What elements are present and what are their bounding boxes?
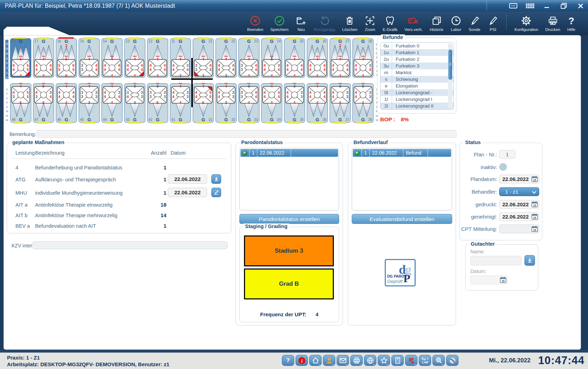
close-button[interactable] (576, 2, 585, 10)
tooth-44[interactable]: 44G 444344 (101, 83, 123, 123)
tooth-11[interactable]: 11G 444343 (170, 38, 191, 78)
behandler-select[interactable]: 1 - z1 (499, 187, 539, 196)
befund-item-e[interactable]: eElongation (381, 83, 454, 89)
bemerkung-input[interactable] (37, 130, 456, 138)
calendar-icon[interactable]: 15 (531, 226, 538, 232)
statusbar-mail-button[interactable]: ⌄ (337, 355, 349, 366)
toolbar-psi-button[interactable]: PSI (484, 14, 502, 32)
gutachter-datum-input[interactable]: 15 (470, 276, 508, 284)
restore-button[interactable] (559, 2, 568, 10)
evaluationsbefund-erstellen-button[interactable]: Evaluationsbefund erstellen (352, 214, 452, 224)
tooth-12[interactable]: 12G 444444 (147, 38, 168, 78)
sign-button[interactable] (211, 188, 221, 197)
tooth-22[interactable]: 22G 444443 (216, 38, 237, 78)
tooth-42[interactable]: 42G 333335 (147, 83, 168, 123)
befund-item-2l[interactable]: 2lLockerungsgrad II (381, 103, 454, 109)
tooth-36[interactable]: 36G 444444 (307, 83, 328, 123)
toolbar-historie-button[interactable]: Historie (426, 14, 447, 32)
parodontalstatus-row[interactable]: 1 22.06.2022 (240, 149, 338, 157)
minimize-button[interactable] (542, 2, 551, 10)
toolbar-drucken-button[interactable]: Drucken (542, 14, 564, 32)
calendar-icon[interactable]: 15 (500, 277, 506, 283)
tooth-25[interactable]: 25G 444444 (284, 38, 305, 78)
befundverlauf-row[interactable]: 1 22.06.2022 Befund (353, 149, 451, 157)
genehmigt-field[interactable]: 22.06.2022 15 (499, 212, 539, 221)
statusbar-info-button[interactable]: i (296, 355, 308, 366)
tooth-13[interactable]: 13G 444444 (124, 38, 145, 78)
gutachter-name-input[interactable] (470, 256, 522, 265)
datum-field[interactable]: 22.06.2022 (168, 174, 207, 184)
tooth-46[interactable]: 46G 444444 (56, 83, 77, 123)
parodontalstatus-erstellen-button[interactable]: Parodontalstatus erstellen (239, 214, 339, 224)
toolbar-zoom-button[interactable]: Zoom (361, 14, 379, 32)
cpt-mitteilung-field[interactable]: 15 (499, 225, 539, 233)
plan-nr-field[interactable]: 1 (499, 150, 515, 159)
tooth-48[interactable]: 48G 443555 (10, 83, 31, 123)
tooth-35[interactable]: 35G 344334 (284, 83, 305, 123)
befund-item-m[interactable]: mMarktot (381, 69, 454, 76)
statusbar-prescription-button[interactable]: ⌄ (405, 355, 417, 366)
toolbar-beenden-button[interactable]: Beenden (244, 14, 267, 32)
gutachter-insert-button[interactable] (524, 255, 535, 266)
tooth-34[interactable]: 34G 444444 (261, 83, 282, 123)
toolbar-sonde-button[interactable]: Sonde (465, 14, 484, 32)
tooth-28[interactable]: 28G 444344 (352, 38, 374, 78)
toolbar-neu-button[interactable]: Neu (292, 14, 310, 32)
toolbar-hilfe-button[interactable]: ?Hilfe (564, 14, 579, 32)
tooth-43[interactable]: 43G 334333 (124, 83, 145, 123)
statusbar-patient-button[interactable]: ⌄ (323, 355, 335, 366)
tooth-32[interactable]: 32G 444333 (216, 83, 237, 123)
befund-item-3u[interactable]: 3uFurkation 3 (381, 63, 454, 69)
befund-item-1u[interactable]: 1uFurkation 1 (381, 49, 454, 56)
message-icon[interactable] (509, 2, 518, 10)
statusbar-help-button[interactable]: ? (282, 355, 294, 366)
tooth-33[interactable]: 33G 333444 (238, 83, 259, 123)
inaktiv-indicator[interactable] (499, 163, 507, 171)
tooth-38[interactable]: 38G 344334 (352, 83, 374, 123)
statusbar-favorites-button[interactable]: ⌄ (378, 355, 390, 366)
tooth-23[interactable]: 23G 433444 (238, 38, 259, 78)
gedruckt-field[interactable]: 22.06.2022 15 (499, 200, 539, 209)
tooth-37[interactable]: 37G 344334 (330, 83, 351, 123)
befund-item-0u[interactable]: 0uFurkation 0 (381, 43, 454, 49)
calendar-icon[interactable]: 15 (531, 214, 538, 220)
calendar-icon[interactable]: 15 (531, 176, 538, 182)
datum-field[interactable]: 22.06.2022 (168, 188, 207, 197)
tooth-16[interactable]: 16G2 555656 (56, 38, 77, 78)
statusbar-lab-button[interactable]: LAB (419, 355, 431, 366)
tooth-14[interactable]: 14G 444444 (101, 38, 123, 78)
tooth-21[interactable]: 21G 433433 (193, 38, 214, 78)
calendar-icon[interactable]: 15 (531, 201, 538, 207)
tooth-27[interactable]: 27G2 444444 (330, 38, 351, 78)
tooth-15[interactable]: 15G 433444 (79, 38, 100, 78)
tooth-24[interactable]: 24G 344344 (261, 38, 282, 78)
statusbar-web-button[interactable]: ⌄ (364, 355, 376, 366)
befund-item-1l[interactable]: 1lLockerungsgrad I (381, 96, 454, 103)
tooth-18[interactable]: 18G+ 554554 (10, 38, 31, 78)
tooth-41[interactable]: 41G 444334 (170, 83, 191, 123)
toolbar-e-grafik-button[interactable]: E-Grafik (379, 14, 401, 32)
tooth-47[interactable]: 47G 543345 (33, 83, 54, 123)
befund-item-2u[interactable]: 2uFurkation 2 (381, 56, 454, 63)
toolbar-konfiguration-button[interactable]: Konfiguration (511, 14, 542, 32)
keyboard-icon[interactable] (526, 2, 535, 10)
toolbar-loeschen-button[interactable]: Löschen (339, 14, 361, 32)
tooth-45[interactable]: 45G 433333 (79, 83, 100, 123)
befund-item-0l[interactable]: 0lLockerungsgrad - (381, 89, 454, 96)
scrollbar-thumb[interactable] (448, 50, 452, 80)
statusbar-web-search-button[interactable]: ⌄ (432, 355, 445, 366)
tooth-31[interactable]: 31G 444555 (193, 83, 214, 123)
toolbar-rueckgaengig-button[interactable]: Rückgängig (310, 14, 339, 32)
statusbar-calculator-button[interactable] (391, 355, 404, 366)
statusbar-home-button[interactable]: ⌄ (309, 355, 322, 366)
befund-item-s[interactable]: sSchienung (381, 76, 454, 83)
plandatum-field[interactable]: 22.06.2022 15 (499, 175, 539, 183)
befunde-scrollbar[interactable] (448, 43, 452, 109)
insert-date-button[interactable] (211, 174, 221, 184)
statusbar-world-button[interactable] (446, 355, 458, 366)
toolbar-speichern-button[interactable]: Speichern (267, 14, 292, 32)
tooth-26[interactable]: 26G 444444 (307, 38, 328, 78)
toolbar-labor-button[interactable]: Labor (447, 14, 465, 32)
tooth-17[interactable]: 17G 444444 (33, 38, 54, 78)
kzv-input[interactable] (32, 241, 228, 249)
